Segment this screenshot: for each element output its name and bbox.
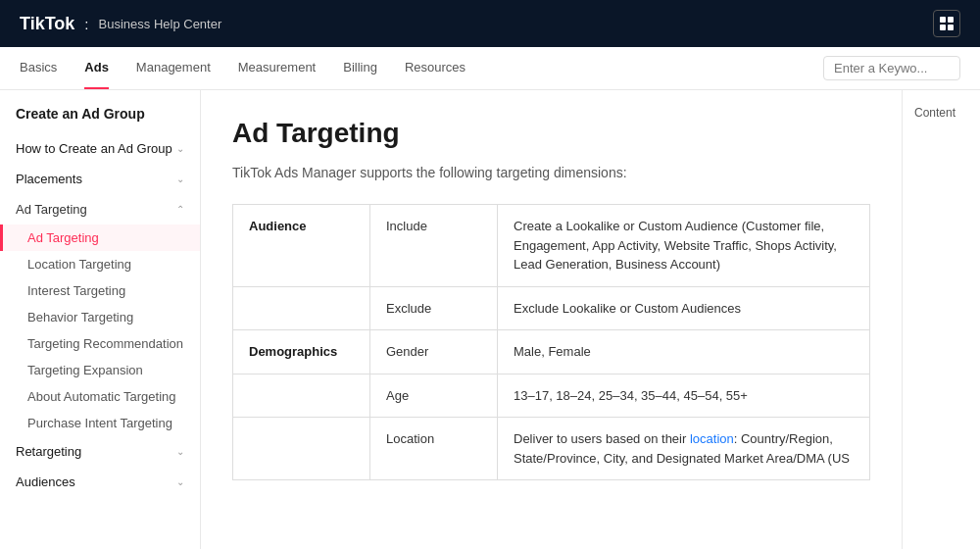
logo: TikTok : Business Help Center (20, 14, 221, 34)
chevron-down-icon: ⌄ (176, 143, 184, 154)
sidebar-subitem-location-targeting[interactable]: Location Targeting (0, 251, 200, 277)
table-row: Demographics Gender Male, Female (233, 330, 870, 374)
nav-basics[interactable]: Basics (20, 47, 57, 89)
right-panel-label: Content (914, 106, 956, 120)
sidebar-label-ad-targeting: Ad Targeting (16, 202, 87, 217)
table-cell-exclude-desc: Exclude Lookalike or Custom Audiences (498, 286, 870, 330)
logo-separator: : (84, 16, 88, 32)
chevron-down-icon: ⌄ (176, 476, 184, 487)
nav-billing[interactable]: Billing (343, 47, 377, 89)
main-layout: Create an Ad Group How to Create an Ad G… (0, 90, 980, 549)
sidebar-label-retargeting: Retargeting (16, 444, 81, 459)
table-cell-demographics-label: Demographics (233, 330, 370, 374)
sidebar-item-audiences[interactable]: Audiences ⌄ (0, 467, 200, 497)
svg-rect-2 (940, 25, 946, 30)
sidebar-subitem-targeting-expansion[interactable]: Targeting Expansion (0, 357, 200, 383)
site-subtitle: Business Help Center (99, 17, 222, 31)
nav-management[interactable]: Management (136, 47, 211, 89)
table-cell-exclude-type: Exclude (370, 286, 498, 330)
svg-rect-0 (940, 17, 946, 23)
chevron-up-icon: ⌃ (176, 204, 184, 215)
nav-ads[interactable]: Ads (84, 47, 109, 89)
location-link[interactable]: location (690, 431, 734, 446)
grid-icon[interactable] (933, 10, 960, 37)
nav-links: Basics Ads Management Measurement Billin… (20, 47, 466, 89)
sidebar-heading: Create an Ad Group (0, 106, 200, 133)
search-input[interactable] (823, 56, 960, 80)
sidebar-subitem-behavior-targeting[interactable]: Behavior Targeting (0, 304, 200, 330)
sidebar-item-retargeting[interactable]: Retargeting ⌄ (0, 436, 200, 467)
table-cell-empty3 (233, 418, 370, 480)
sidebar-subitem-about-automatic-targeting[interactable]: About Automatic Targeting (0, 383, 200, 410)
svg-rect-3 (948, 25, 954, 30)
sidebar: Create an Ad Group How to Create an Ad G… (0, 90, 201, 549)
table-cell-empty2 (233, 374, 370, 418)
table-cell-location-desc: Deliver to users based on their location… (498, 418, 870, 480)
chevron-down-icon: ⌄ (176, 174, 184, 184)
chevron-down-icon: ⌄ (176, 446, 184, 457)
table-row: Age 13–17, 18–24, 25–34, 35–44, 45–54, 5… (233, 374, 870, 418)
targeting-table: Audience Include Create a Lookalike or C… (232, 204, 870, 480)
table-cell-include-type: Include (370, 205, 498, 287)
sidebar-label-how-to-create: How to Create an Ad Group (16, 141, 172, 156)
table-cell-age-desc: 13–17, 18–24, 25–34, 35–44, 45–54, 55+ (498, 374, 870, 418)
main-content: Ad Targeting TikTok Ads Manager supports… (201, 90, 902, 549)
page-title: Ad Targeting (232, 118, 870, 149)
table-cell-audience-label: Audience (233, 205, 370, 287)
sidebar-label-placements: Placements (16, 172, 82, 186)
table-row: Exclude Exclude Lookalike or Custom Audi… (233, 286, 870, 330)
table-cell-gender-desc: Male, Female (498, 330, 870, 374)
sidebar-subitem-purchase-intent-targeting[interactable]: Purchase Intent Targeting (0, 410, 200, 436)
right-panel: Content (902, 90, 980, 549)
svg-rect-1 (948, 17, 954, 23)
nav-measurement[interactable]: Measurement (238, 47, 316, 89)
table-cell-gender-type: Gender (370, 330, 498, 374)
header: TikTok : Business Help Center (0, 0, 980, 47)
page-intro: TikTok Ads Manager supports the followin… (232, 165, 870, 180)
sidebar-label-audiences: Audiences (16, 474, 75, 489)
table-row: Location Deliver to users based on their… (233, 418, 870, 480)
sidebar-item-how-to-create[interactable]: How to Create an Ad Group ⌄ (0, 133, 200, 164)
tiktok-wordmark: TikTok (20, 14, 74, 34)
top-nav: Basics Ads Management Measurement Billin… (0, 47, 980, 90)
nav-resources[interactable]: Resources (405, 47, 466, 89)
sidebar-subitem-targeting-recommendation[interactable]: Targeting Recommendation (0, 330, 200, 357)
table-row: Audience Include Create a Lookalike or C… (233, 205, 870, 287)
table-cell-empty1 (233, 286, 370, 330)
sidebar-subitem-ad-targeting[interactable]: Ad Targeting (0, 225, 200, 251)
table-cell-location-type: Location (370, 418, 498, 480)
sidebar-subitem-interest-targeting[interactable]: Interest Targeting (0, 277, 200, 304)
sidebar-item-ad-targeting[interactable]: Ad Targeting ⌃ (0, 194, 200, 225)
table-cell-include-desc: Create a Lookalike or Custom Audience (C… (498, 205, 870, 287)
table-cell-age-type: Age (370, 374, 498, 418)
sidebar-item-placements[interactable]: Placements ⌄ (0, 164, 200, 194)
